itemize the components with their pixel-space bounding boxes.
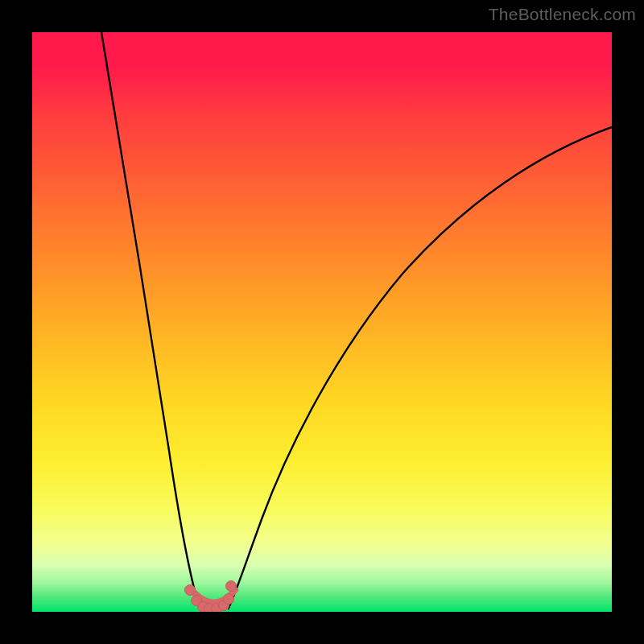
chart-frame: TheBottleneck.com <box>0 0 644 644</box>
plot-area <box>32 32 612 612</box>
valley-markers-group <box>185 581 237 613</box>
valley-marker <box>226 581 237 592</box>
valley-marker <box>224 594 234 605</box>
watermark-text: TheBottleneck.com <box>489 5 636 24</box>
valley-marker <box>185 585 196 596</box>
curve-layer <box>32 32 612 612</box>
curve-right-branch <box>228 127 612 609</box>
curve-left-branch <box>101 32 204 609</box>
